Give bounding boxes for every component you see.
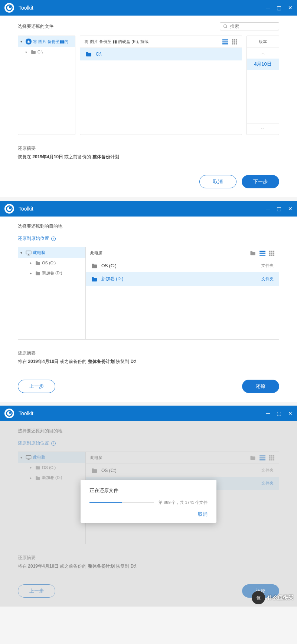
- svg-rect-2: [222, 39, 228, 40]
- svg-rect-19: [260, 252, 265, 254]
- svg-text:+: +: [253, 252, 255, 255]
- svg-rect-29: [273, 254, 275, 256]
- tree-label: 此电脑: [33, 250, 45, 255]
- titlebar: Toolkit ─ ▢ ✕: [0, 0, 297, 16]
- summary-text: 恢复在 2019年4月10日 或之前备份的 整体备份计划: [18, 154, 279, 160]
- search-icon: [223, 24, 228, 29]
- restore-original-link[interactable]: 还原到原始位置 i: [18, 235, 279, 242]
- search-input-wrap[interactable]: [220, 22, 279, 30]
- progress-fill: [89, 502, 122, 503]
- grid-view-icon[interactable]: [232, 39, 237, 44]
- file-type: 文件夹: [261, 276, 274, 282]
- titlebar: Toolkit ─ ▢ ✕: [0, 201, 297, 217]
- svg-rect-26: [273, 252, 275, 254]
- svg-rect-6: [234, 39, 235, 41]
- tree-backup-plan[interactable]: ▾ ◉ 将 图片 备份至▮▮的: [18, 36, 75, 47]
- watermark-text: 什么值得买: [267, 594, 293, 601]
- next-button[interactable]: 下一步: [242, 175, 279, 188]
- new-folder-icon[interactable]: +: [250, 251, 256, 256]
- pc-icon: [26, 250, 32, 255]
- svg-rect-20: [260, 255, 265, 256]
- svg-rect-12: [234, 43, 235, 44]
- folder-icon: [35, 271, 40, 275]
- window-restore-select-files: Toolkit ─ ▢ ✕ 选择要还原的文件 ▾ ◉ 将 图片 备份至▮▮的: [0, 0, 297, 197]
- file-row-os[interactable]: OS (C:) 文件夹: [86, 259, 279, 272]
- svg-rect-22: [271, 251, 272, 252]
- close-icon[interactable]: ✕: [288, 411, 293, 416]
- plan-icon: ◉: [26, 39, 32, 44]
- app-title: Toolkit: [19, 206, 266, 212]
- progress-bar: [89, 502, 154, 503]
- chevron-down-icon[interactable]: ﹀: [247, 123, 279, 135]
- tree-drive-c[interactable]: ▸ C:\: [18, 47, 75, 57]
- svg-rect-9: [234, 41, 235, 43]
- svg-line-1: [226, 27, 227, 28]
- titlebar: Toolkit ─ ▢ ✕: [0, 406, 297, 421]
- grid-view-icon[interactable]: [269, 251, 274, 256]
- svg-rect-10: [236, 41, 238, 43]
- version-date[interactable]: 4月10日: [247, 59, 279, 70]
- svg-rect-28: [271, 254, 272, 256]
- file-row-c[interactable]: C:\: [80, 48, 242, 60]
- svg-rect-23: [273, 251, 275, 252]
- svg-rect-4: [222, 43, 228, 44]
- close-icon[interactable]: ✕: [288, 5, 293, 10]
- restore-button[interactable]: 还原: [242, 380, 279, 393]
- maximize-icon[interactable]: ▢: [277, 206, 281, 211]
- list-view-icon[interactable]: [222, 39, 228, 44]
- prev-button[interactable]: 上一步: [18, 380, 55, 393]
- progress-dialog: 正在还原文件 第 869 个，共 1741 个文件 取消: [81, 480, 216, 523]
- search-input[interactable]: [230, 24, 286, 29]
- minimize-icon[interactable]: ─: [266, 5, 270, 10]
- tree-drive-label: C:\: [37, 50, 43, 54]
- chevron-right-icon: ▸: [26, 50, 29, 54]
- svg-rect-25: [271, 252, 272, 254]
- svg-rect-24: [269, 252, 271, 254]
- minimize-icon[interactable]: ─: [266, 411, 270, 416]
- minimize-icon[interactable]: ─: [266, 206, 270, 211]
- file-type: 文件夹: [261, 263, 274, 268]
- watermark-badge: 值: [252, 591, 265, 604]
- tree-this-pc[interactable]: ▾ 此电脑: [18, 247, 85, 258]
- dialog-cancel-button[interactable]: 取消: [198, 511, 208, 517]
- svg-rect-8: [232, 41, 234, 43]
- page-subtitle: 选择要还原的文件: [18, 23, 53, 30]
- tree-plan-label: 将 图片 备份至▮▮的: [33, 39, 68, 44]
- tree-drive-os[interactable]: ▸ OS (C:): [18, 258, 85, 268]
- chevron-up-icon[interactable]: ︿: [247, 48, 279, 59]
- summary-title: 还原摘要: [18, 145, 279, 152]
- breadcrumb: 将 图片 备份至 ▮▮ 的硬盘 (E:), 持续: [85, 39, 222, 44]
- svg-rect-21: [269, 251, 271, 252]
- summary-text: 将在 2019年4月10日 或之前备份的 整体备份计划 恢复到 D:\: [18, 359, 279, 365]
- folder-icon: [35, 261, 40, 265]
- dialog-title: 正在还原文件: [89, 487, 208, 494]
- folder-icon: [91, 277, 98, 282]
- progress-text: 第 869 个，共 1741 个文件: [159, 500, 208, 505]
- svg-rect-14: [26, 251, 31, 254]
- info-icon: i: [51, 237, 56, 241]
- file-panel: 将 图片 备份至 ▮▮ 的硬盘 (E:), 持续: [80, 36, 242, 135]
- svg-point-0: [224, 24, 227, 27]
- file-name: 新加卷 (D:): [101, 276, 261, 282]
- version-title: 版本: [247, 36, 279, 48]
- folder-icon: [91, 263, 98, 268]
- app-title: Toolkit: [19, 5, 266, 11]
- chevron-down-icon: ▾: [20, 40, 24, 43]
- file-name: C:\: [96, 52, 236, 57]
- app-logo-icon: [4, 3, 14, 13]
- folder-icon: [31, 50, 36, 54]
- tree-panel: ▾ ◉ 将 图片 备份至▮▮的 ▸ C:\: [18, 36, 75, 135]
- app-logo-icon: [4, 204, 14, 214]
- tree-drive-d[interactable]: ▸ 新加卷 (D:): [18, 268, 85, 278]
- list-view-icon[interactable]: [260, 251, 265, 256]
- maximize-icon[interactable]: ▢: [277, 5, 281, 10]
- svg-rect-7: [236, 39, 238, 41]
- chevron-right-icon: ▸: [30, 261, 34, 265]
- svg-rect-3: [222, 41, 228, 42]
- cancel-button[interactable]: 取消: [199, 175, 236, 188]
- page-subtitle: 选择要还原到的目的地: [18, 223, 279, 229]
- file-row-d[interactable]: 新加卷 (D:) 文件夹: [86, 272, 279, 286]
- maximize-icon[interactable]: ▢: [277, 411, 281, 416]
- close-icon[interactable]: ✕: [288, 206, 293, 211]
- link-label: 还原到原始位置: [18, 235, 49, 242]
